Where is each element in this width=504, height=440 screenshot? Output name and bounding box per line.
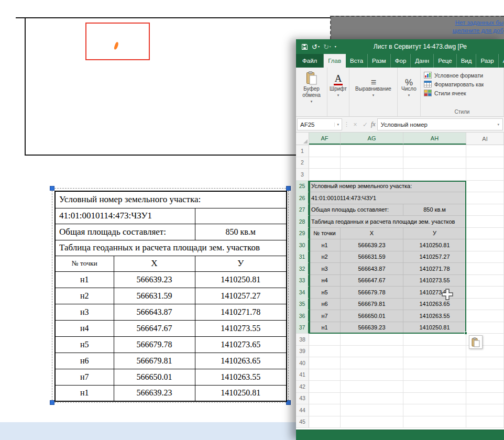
excel-cell[interactable] (341, 416, 403, 428)
excel-cell[interactable]: н5 (309, 287, 341, 299)
column-header-AH[interactable]: AH (403, 133, 466, 145)
excel-cell[interactable]: н3 (309, 263, 341, 275)
tab-Файл[interactable]: Файл (296, 54, 324, 68)
tab-Разр[interactable]: Разр (476, 54, 498, 68)
insert-function-icon[interactable]: fx (371, 120, 376, 128)
row-header-25[interactable]: 25 (296, 181, 309, 193)
tab-Данн[interactable]: Данн (411, 54, 434, 68)
excel-cell[interactable]: У (403, 228, 466, 240)
quick-properties-link-line2[interactable]: щелкните для доб (393, 27, 503, 35)
excel-cell[interactable] (466, 157, 504, 169)
row-header-26[interactable]: 26 (296, 192, 309, 204)
row-header-33[interactable]: 33 (296, 275, 309, 287)
save-icon[interactable] (301, 43, 308, 50)
excel-cell[interactable] (403, 416, 466, 428)
excel-cell[interactable] (403, 346, 466, 358)
tab-ABBY[interactable]: ABBY (499, 54, 504, 68)
excel-cell[interactable] (309, 381, 341, 393)
excel-cell[interactable] (341, 157, 403, 169)
row-header-38[interactable]: 38 (296, 334, 309, 346)
excel-cell[interactable]: 566639.23 (341, 239, 403, 251)
row-header-34[interactable]: 34 (296, 287, 309, 299)
excel-cell[interactable] (341, 346, 403, 358)
row-header-30[interactable]: 30 (296, 239, 309, 251)
name-box[interactable]: AF25 ▾ (297, 118, 342, 130)
row-header-27[interactable]: 27 (296, 204, 309, 216)
excel-cell[interactable] (341, 404, 403, 416)
row-header-39[interactable]: 39 (296, 346, 309, 358)
excel-cell[interactable] (341, 381, 403, 393)
selection-grip-top-left[interactable] (50, 186, 54, 191)
excel-cell[interactable]: 1410263.65 (403, 299, 466, 311)
cancel-icon[interactable]: × (351, 121, 359, 128)
excel-cell[interactable] (466, 404, 504, 416)
name-box-dropdown-icon[interactable]: ▾ (334, 123, 339, 127)
excel-cell[interactable] (466, 393, 504, 405)
row-header-42[interactable]: 42 (296, 381, 309, 393)
excel-cell[interactable] (466, 299, 504, 311)
excel-cell[interactable] (309, 334, 341, 346)
row-header-37[interactable]: 37 (296, 322, 309, 334)
excel-cell[interactable] (309, 169, 341, 181)
row-header-32[interactable]: 32 (296, 263, 309, 275)
excel-cell[interactable] (309, 393, 341, 405)
row-header-43[interactable]: 43 (296, 393, 309, 405)
excel-cell[interactable] (309, 369, 341, 381)
excel-cell[interactable] (466, 310, 504, 322)
tab-Глав[interactable]: Глав (324, 54, 346, 68)
excel-cell[interactable]: 1410263.55 (403, 310, 466, 322)
row-header-44[interactable]: 44 (296, 404, 309, 416)
conditional-formatting-button[interactable]: Условное формати (424, 72, 483, 79)
excel-cell[interactable] (466, 275, 504, 287)
cell-styles-button[interactable]: Стили ячеек (424, 90, 466, 96)
row-header-31[interactable]: 31 (296, 251, 309, 263)
excel-cell[interactable] (341, 169, 403, 181)
row-header-29[interactable]: 29 (296, 228, 309, 240)
excel-cell[interactable] (466, 181, 504, 193)
excel-cell[interactable]: н1 (309, 322, 341, 334)
font-group[interactable]: А Шрифт ▾ (327, 68, 349, 116)
excel-cell[interactable]: Общая площадь составляет: (309, 204, 403, 216)
row-header-45[interactable]: 45 (296, 416, 309, 428)
quick-properties-link-line1[interactable]: Нет заданных бы (393, 19, 503, 27)
enter-icon[interactable]: ✓ (361, 121, 369, 128)
number-group[interactable]: % Число ▾ (398, 68, 421, 116)
excel-cell[interactable] (309, 357, 341, 369)
excel-cell[interactable] (466, 322, 504, 334)
excel-cell[interactable]: 1410273.55 (403, 275, 466, 287)
tab-Разм[interactable]: Разм (368, 54, 391, 68)
select-all-corner[interactable] (296, 133, 309, 145)
paste-options-button[interactable] (469, 335, 483, 349)
tab-Вста[interactable]: Вста (346, 54, 368, 68)
excel-cell[interactable] (309, 404, 341, 416)
excel-cell[interactable]: 1410257.27 (403, 251, 466, 263)
tab-Фор[interactable]: Фор (391, 54, 411, 68)
excel-cell[interactable] (403, 393, 466, 405)
row-header-41[interactable]: 41 (296, 369, 309, 381)
excel-cell[interactable]: н4 (309, 275, 341, 287)
excel-cell[interactable] (466, 239, 504, 251)
excel-cell[interactable] (309, 145, 341, 157)
row-header-3[interactable]: 3 (296, 169, 309, 181)
row-header-28[interactable]: 28 (296, 216, 309, 228)
excel-cell[interactable]: 1410250.81 (403, 239, 466, 251)
excel-cell[interactable]: Условный номер земельного участка: (309, 181, 466, 193)
excel-cell[interactable]: 566650.01 (341, 310, 403, 322)
row-header-40[interactable]: 40 (296, 357, 309, 369)
excel-cell[interactable]: Таблица геоданных и расчета площади зем.… (309, 216, 466, 228)
excel-cell[interactable]: н7 (309, 310, 341, 322)
excel-cell[interactable] (466, 381, 504, 393)
excel-cell[interactable] (403, 404, 466, 416)
excel-cell[interactable]: № точки (309, 228, 341, 240)
excel-cell[interactable] (466, 369, 504, 381)
excel-cell[interactable] (466, 357, 504, 369)
excel-cell[interactable]: 1410250.81 (403, 322, 466, 334)
excel-cell[interactable] (466, 287, 504, 299)
excel-cell[interactable] (466, 145, 504, 157)
redo-icon[interactable]: ↻▾ (323, 43, 331, 50)
formula-expand-icon[interactable]: ▾ (497, 123, 499, 127)
excel-cell[interactable] (403, 145, 466, 157)
column-header-AF[interactable]: AF (309, 133, 341, 145)
clipboard-group[interactable]: Буфер обмена ▾ (296, 68, 327, 116)
excel-cell[interactable]: н1 (309, 239, 341, 251)
